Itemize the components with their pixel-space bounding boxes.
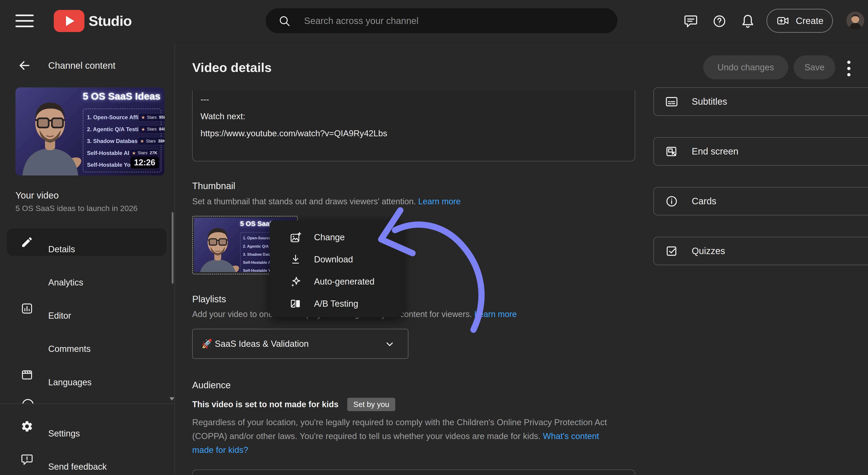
sidebar-item-label: Languages: [48, 369, 92, 396]
back-arrow-icon: [17, 59, 31, 72]
audience-status-row: This video is set to not made for kids S…: [192, 398, 395, 411]
video-thumbnail-large: 5 OS SaaS Ideas 1. Open-Source Affi ★Sta…: [16, 88, 164, 175]
hamburger-menu-icon[interactable]: [16, 14, 34, 27]
sidebar-item-label: Settings: [48, 420, 80, 447]
menu-item-auto-generated[interactable]: Auto-generated: [270, 270, 403, 293]
create-video-icon: [776, 14, 789, 27]
brand-name: Studio: [89, 10, 132, 32]
art-row-label: 2. Agentic Q/A Testi: [87, 126, 138, 133]
art-row-label: Self-Hostable Yo: [87, 162, 130, 168]
sidebar-item-settings[interactable]: Settings: [0, 413, 175, 440]
description-field[interactable]: --- Watch next: https://www.youtube.com/…: [192, 91, 635, 161]
menu-item-ab-testing[interactable]: A/B Testing: [270, 293, 403, 315]
cards-card[interactable]: Cards: [653, 187, 868, 215]
menu-item-label: Auto-generated: [314, 277, 374, 286]
quizzes-card[interactable]: Quizzes: [653, 237, 868, 265]
thumbnail-heading: Thumbnail: [192, 180, 235, 192]
sidebar-scrollbar-thumb[interactable]: [172, 212, 174, 283]
subtitles-card[interactable]: Subtitles: [653, 88, 868, 116]
presenter-illustration: [16, 96, 85, 175]
art-row-label: Self-Hostable AI: [87, 150, 129, 156]
gear-icon: [21, 420, 33, 433]
sidebar-item-editor[interactable]: Editor: [0, 295, 175, 322]
search-icon: [278, 14, 291, 27]
made-for-kids-link[interactable]: What's content: [543, 432, 599, 441]
coppa-legal-text: Regardless of your location, you're lega…: [192, 415, 654, 457]
playlists-selected-value: 🚀 SaaS Ideas & Validation: [202, 339, 309, 349]
feedback-exclamation-icon: [21, 453, 33, 466]
menu-item-label: A/B Testing: [314, 299, 358, 309]
create-button[interactable]: Create: [767, 9, 833, 33]
sparkle-icon: [289, 276, 302, 287]
search-input[interactable]: Search across your channel: [266, 8, 617, 33]
sidebar-item-label: Details: [48, 236, 75, 263]
sidebar-item-label: Send feedback: [48, 453, 107, 475]
menu-item-download[interactable]: Download: [270, 248, 403, 270]
info-icon: [665, 195, 678, 208]
playlists-dropdown[interactable]: 🚀 SaaS Ideas & Validation: [192, 329, 408, 359]
menu-item-label: Change: [314, 232, 345, 242]
card-label: Cards: [692, 196, 716, 206]
download-icon: [289, 253, 302, 265]
sidebar-item-label: Comments: [48, 335, 91, 363]
copyright-icon-clipped[interactable]: [21, 398, 35, 404]
card-label: Quizzes: [692, 246, 725, 256]
undo-changes-button[interactable]: Undo changes: [703, 55, 788, 79]
back-to-channel-content[interactable]: Channel content: [17, 59, 115, 72]
subtitles-icon: [665, 95, 678, 108]
made-for-kids-link[interactable]: made for kids?: [192, 445, 248, 455]
quizzes-checkbox-icon: [665, 244, 678, 258]
sidebar-item-languages[interactable]: Languages: [0, 362, 175, 389]
help-icon[interactable]: [712, 14, 727, 29]
topbar: Studio Search across your channel: [0, 0, 868, 43]
description-line: https://www.youtube.com/watch?v=QIA9Ry42…: [200, 125, 627, 142]
notifications-bell-icon[interactable]: [740, 13, 755, 29]
art-title: 5 OS SaaS Ideas: [80, 91, 163, 102]
description-line: Watch next:: [200, 108, 627, 125]
playlists-learn-more-link[interactable]: Learn more: [474, 309, 517, 319]
avatar[interactable]: [846, 11, 864, 30]
scroll-down-arrow-icon[interactable]: [169, 397, 175, 401]
thumbnail-context-menu: Change Download Auto-generated A/B Testi…: [270, 220, 403, 317]
set-by-you-badge: Set by you: [347, 398, 395, 411]
ab-testing-split-icon: [289, 298, 302, 310]
menu-item-change[interactable]: Change: [270, 226, 403, 248]
thumbnail-desc: Set a thumbnail that stands out and draw…: [192, 197, 416, 206]
feedback-comment-icon[interactable]: [683, 14, 698, 29]
page-title: Video details: [192, 60, 272, 75]
change-image-icon: [289, 231, 302, 243]
youtube-play-icon: [54, 10, 85, 32]
pencil-icon: [21, 236, 33, 248]
sidebar-video-title: 5 OS SaaS ideas to launch in 2026: [16, 204, 137, 213]
playlists-heading: Playlists: [192, 294, 226, 305]
save-button[interactable]: Save: [794, 55, 835, 79]
thumbnail-learn-more-link[interactable]: Learn more: [418, 197, 461, 206]
sidebar-item-label: Editor: [48, 302, 71, 329]
sidebar: Channel content 5 OS SaaS Ideas: [0, 43, 175, 475]
sidebar-item-label: Analytics: [48, 269, 83, 296]
description-line: ---: [200, 91, 627, 108]
audience-heading: Audience: [192, 379, 231, 391]
audience-status: This video is set to not made for kids: [192, 398, 339, 411]
art-row-label: 3. Shadow Databas: [87, 138, 137, 144]
sidebar-item-comments[interactable]: Comments: [0, 328, 175, 355]
sidebar-item-send-feedback[interactable]: Send feedback: [0, 446, 175, 473]
studio-logo[interactable]: Studio: [54, 10, 132, 32]
card-label: Subtitles: [692, 96, 727, 107]
star-icon: ★: [141, 127, 145, 132]
star-icon: ★: [132, 150, 136, 156]
more-options-kebab-icon[interactable]: [847, 61, 850, 76]
chevron-down-icon: [384, 339, 395, 349]
sidebar-item-analytics[interactable]: Analytics: [0, 262, 175, 289]
end-screen-card[interactable]: End screen: [653, 137, 868, 166]
end-screen-icon: [665, 145, 678, 158]
duration-badge: 12:26: [130, 157, 159, 169]
sidebar-item-details[interactable]: Details: [0, 229, 175, 256]
thumbnail-subtext: Set a thumbnail that stands out and draw…: [192, 197, 461, 207]
art-row-label: 1. Open-Source Affi: [87, 114, 138, 121]
star-icon: ★: [140, 138, 144, 144]
back-label: Channel content: [48, 59, 115, 72]
youtube-studio-window: Studio Search across your channel: [0, 0, 868, 475]
your-video-heading: Your video: [16, 189, 59, 202]
menu-item-label: Download: [314, 255, 353, 265]
